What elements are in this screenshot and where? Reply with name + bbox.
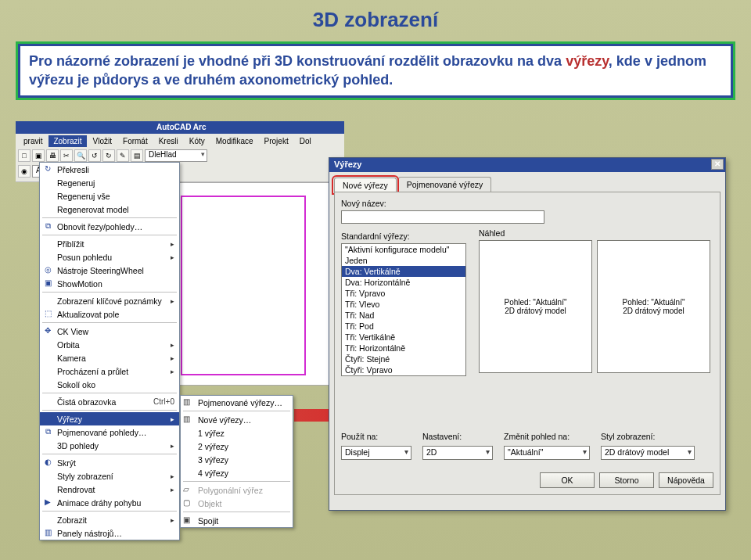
menu-item[interactable]: ⬚Aktualizovat pole: [40, 307, 179, 321]
menu-item[interactable]: ⧉Obnovit řezy/pohledy…: [40, 220, 179, 233]
menu-kresli[interactable]: Kresli: [154, 135, 183, 147]
menu-item[interactable]: ▥Panely nástrojů…: [40, 526, 179, 540]
submenu-arrow-icon: ▸: [171, 297, 174, 305]
standard-viewports-list[interactable]: "Aktivní konfigurace modelu"JedenDva: Ve…: [341, 243, 466, 376]
list-item[interactable]: Tři: Vertikálně: [342, 332, 465, 343]
toolbar-icon[interactable]: 🖶: [46, 149, 59, 162]
toolbar-icon[interactable]: ▤: [131, 149, 143, 162]
menu-item[interactable]: ◎Nástroje SteeringWheel: [40, 264, 179, 277]
submenu-item[interactable]: 1 výřez: [181, 426, 293, 440]
toolbar-icon[interactable]: ✂: [60, 149, 73, 162]
style-combo[interactable]: 2D drátový model: [601, 446, 695, 460]
changeview-combo[interactable]: "Aktuální": [504, 446, 590, 460]
slide-header: 3D zobrazení: [0, 0, 751, 37]
ok-button[interactable]: OK: [540, 472, 595, 488]
menu-modifikace[interactable]: Modifikace: [211, 135, 258, 147]
menu-item[interactable]: ↻Překresli: [40, 163, 179, 176]
tab-new-viewports[interactable]: Nové výřezy: [334, 178, 397, 192]
menu-item-label: Panely nástrojů…: [57, 529, 122, 538]
submenu-item[interactable]: ▣Spojit: [181, 514, 293, 527]
menu-item-icon: ⧉: [42, 221, 53, 232]
list-item[interactable]: Čtyři: Stejné: [342, 354, 465, 364]
menu-item[interactable]: Kamera▸: [40, 351, 179, 364]
list-item[interactable]: Tři: Vpravo: [342, 288, 465, 299]
submenu-arrow-icon: ▸: [171, 516, 174, 524]
toolbar-icon[interactable]: ✎: [117, 149, 129, 162]
menu-upravit[interactable]: pravit: [19, 135, 47, 147]
submenu-item[interactable]: 4 výřezy: [181, 466, 293, 479]
menu-item[interactable]: ⧉Pojmenované pohledy…: [40, 425, 179, 439]
menu-item[interactable]: Sokolí oko: [40, 378, 179, 391]
submenu-item[interactable]: 3 výřezy: [181, 453, 293, 466]
menu-item[interactable]: ▶Animace dráhy pohybu: [40, 496, 179, 509]
list-item[interactable]: Tři: Vlevo: [342, 299, 465, 310]
desc-text-1: Pro názorné zobrazení je vhodné při 3D k…: [29, 53, 566, 69]
list-item[interactable]: Dva: Horizontálně: [342, 277, 465, 288]
menu-item[interactable]: Posun pohledu▸: [40, 250, 179, 264]
menu-item[interactable]: Regeneruj: [40, 176, 179, 189]
menu-zobrazit[interactable]: Zobrazit: [49, 135, 86, 147]
menu-item[interactable]: Přiblížit▸: [40, 237, 179, 250]
menu-item[interactable]: Regenerovat model: [40, 203, 179, 216]
menu-koty[interactable]: Kóty: [185, 135, 210, 147]
list-item[interactable]: Dva: Vertikálně: [342, 266, 465, 277]
menu-item-label: Skrýt: [57, 458, 76, 468]
menu-vlozit[interactable]: Vložit: [88, 135, 117, 147]
menu-item[interactable]: ✥CK View: [40, 325, 179, 338]
menu-item[interactable]: Výřezy▸: [40, 412, 179, 425]
toolbar-icon[interactable]: 🔍: [74, 149, 87, 162]
new-name-input[interactable]: [341, 210, 544, 224]
preview-label: Náhled: [479, 228, 713, 238]
preview-pane-left[interactable]: Pohled: "Aktuální" 2D drátový model: [479, 240, 592, 373]
list-item[interactable]: Tři: Pod: [342, 321, 465, 332]
dialog-titlebar[interactable]: Výřezy ✕: [329, 158, 725, 172]
help-button[interactable]: Nápověda: [659, 472, 713, 488]
submenu-arrow-icon: ▸: [171, 354, 174, 362]
menu-item[interactable]: ◐Skrýt: [40, 456, 179, 469]
list-item[interactable]: Čtyři: Vpravo: [342, 364, 465, 375]
menu-item[interactable]: Čistá obrazovkaCtrl+0: [40, 395, 179, 408]
menu-item[interactable]: Procházení a průlet▸: [40, 364, 179, 378]
submenu-item-label: 3 výřezy: [198, 455, 228, 465]
list-item[interactable]: Čtyři: Vlevo: [342, 375, 465, 376]
toolbar-icon[interactable]: ▣: [32, 149, 45, 162]
toolbar-icon[interactable]: ↻: [102, 149, 115, 162]
setup-combo[interactable]: 2D: [422, 446, 493, 460]
dialog-close-button[interactable]: ✕: [711, 159, 724, 170]
preview-line1: Pohled: "Aktuální": [623, 298, 685, 307]
toolbar-icon[interactable]: ↺: [88, 149, 101, 162]
menu-item-icon: ⬚: [42, 309, 53, 320]
menu-item-icon: ✥: [42, 326, 53, 337]
menu-item[interactable]: ▣ShowMotion: [40, 277, 179, 290]
cancel-button[interactable]: Storno: [599, 472, 654, 488]
preview-pane-right[interactable]: Pohled: "Aktuální" 2D drátový model: [597, 240, 710, 373]
submenu-item-icon: ▥: [183, 415, 194, 425]
menu-item[interactable]: 3D pohledy▸: [40, 439, 179, 452]
menu-format[interactable]: Formát: [118, 135, 153, 147]
menu-item[interactable]: Regeneruj vše: [40, 189, 179, 203]
menu-item-label: Orbita: [57, 340, 80, 350]
tab-named-viewports[interactable]: Pojmenované výřezy: [398, 177, 491, 192]
menu-item[interactable]: Orbita▸: [40, 338, 179, 351]
list-item[interactable]: Tři: Horizontálně: [342, 343, 465, 354]
menu-item[interactable]: Styly zobrazení▸: [40, 469, 179, 483]
submenu-item-label: 2 výřezy: [198, 442, 228, 451]
submenu-item[interactable]: ▥Nové výřezy…: [181, 413, 293, 426]
submenu-item: ▱Polygonální výřez: [181, 483, 293, 497]
toolbar-dlehlad-combo[interactable]: DleHlad: [145, 149, 207, 162]
menu-item[interactable]: Zobrazit▸: [40, 513, 179, 526]
menu-projekt[interactable]: Projekt: [260, 135, 293, 147]
menu-item[interactable]: Rendrovat▸: [40, 483, 179, 496]
toolbar-icon[interactable]: ◉: [18, 165, 31, 178]
menu-dol[interactable]: Dol: [295, 135, 316, 147]
apply-combo[interactable]: Displej: [341, 446, 411, 460]
app-titlebar: AutoCAD Arc: [16, 121, 344, 134]
list-item[interactable]: Tři: Nad: [342, 310, 465, 321]
toolbar-icon[interactable]: □: [18, 149, 31, 162]
submenu-item[interactable]: 2 výřezy: [181, 440, 293, 453]
submenu-item[interactable]: ▥Pojmenované výřezy…: [181, 396, 293, 409]
new-name-label: Nový název:: [341, 199, 713, 208]
list-item[interactable]: "Aktivní konfigurace modelu": [342, 244, 465, 255]
menu-item[interactable]: Zobrazení klíčové poznámky▸: [40, 294, 179, 307]
list-item[interactable]: Jeden: [342, 255, 465, 266]
